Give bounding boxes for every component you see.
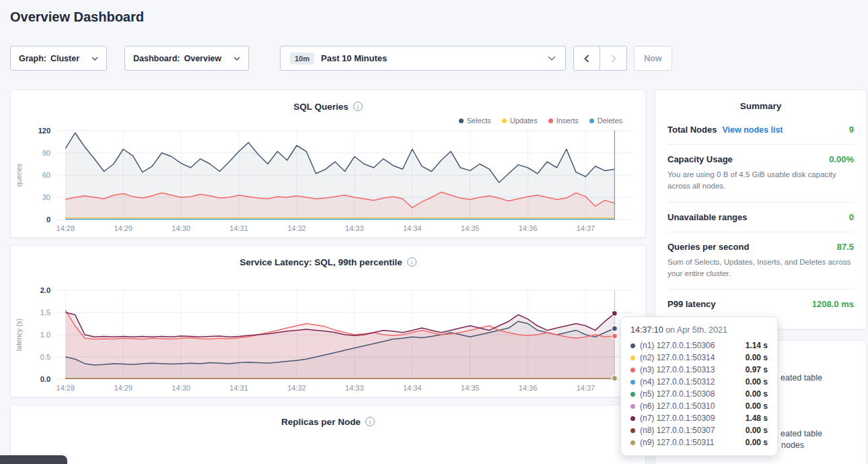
svg-text:14:37: 14:37 [577, 224, 595, 232]
node-latency-value: 1.48 s [746, 413, 768, 423]
svg-text:0: 0 [46, 216, 50, 224]
dashboard-selector-value: Overview [184, 54, 221, 63]
node-latency-value: 0.00 s [746, 426, 768, 435]
graph-selector-dropdown[interactable]: Graph: Cluster [10, 46, 107, 71]
now-button[interactable]: Now [634, 46, 672, 71]
legend-item: Deletes [589, 116, 622, 125]
time-range-badge: 10m [290, 53, 314, 65]
svg-text:14:37: 14:37 [577, 384, 595, 392]
tooltip-row: (n5) 127.0.0.1:50308 0.00 s [630, 388, 768, 400]
node-color-dot [630, 404, 635, 409]
node-latency-value: 1.14 s [746, 341, 768, 350]
info-icon[interactable] [353, 102, 363, 111]
node-latency-value: 0.00 s [746, 438, 768, 447]
legend-label: Selects [467, 117, 491, 125]
summary-panel: Summary Total Nodes View nodes list 9 Ca… [655, 90, 867, 329]
svg-text:14:33: 14:33 [345, 384, 364, 392]
node-latency-value: 0.00 s [746, 389, 768, 399]
summary-row-unavailable-ranges: Unavailable ranges 0 [667, 212, 854, 222]
tooltip-date: on Apr 5th, 2021 [665, 325, 727, 335]
unavailable-ranges-label: Unavailable ranges [667, 212, 748, 222]
replicas-per-node-chart-card: Replicas per Node [10, 405, 646, 464]
time-prev-button[interactable] [573, 46, 600, 71]
chart-title-sql-queries: SQL Queries [293, 102, 349, 112]
chart-title-row: Service Latency: SQL, 99th percentile [13, 255, 643, 269]
total-nodes-value: 9 [849, 125, 854, 135]
node-color-dot [630, 380, 635, 385]
qps-subtext: Sum of Selects, Updates, Inserts, and De… [667, 257, 854, 280]
sql-queries-chart-card: SQL Queries Selects Updates Inserts Dele… [10, 90, 646, 238]
svg-text:14:30: 14:30 [172, 384, 190, 392]
view-nodes-list-link[interactable]: View nodes list [722, 125, 783, 135]
svg-text:1.5: 1.5 [40, 308, 50, 317]
svg-text:14:31: 14:31 [229, 384, 248, 392]
divider [667, 232, 854, 232]
chart-title-row: SQL Queries [13, 100, 643, 113]
divider [667, 144, 854, 145]
node-address-label: (n7) 127.0.0.1:50309 [640, 413, 715, 423]
chevron-down-icon [92, 57, 98, 61]
qps-label: Queries per second [667, 242, 749, 252]
node-color-dot [630, 368, 635, 372]
svg-text:14:36: 14:36 [519, 384, 538, 392]
svg-text:0.0: 0.0 [40, 375, 50, 383]
svg-text:14:31: 14:31 [229, 224, 248, 232]
service-latency-chart[interactable]: 14:2814:2914:3014:3114:3214:3314:3414:35… [13, 285, 643, 393]
node-color-dot [630, 343, 635, 348]
time-next-button[interactable] [600, 46, 627, 71]
svg-text:14:29: 14:29 [114, 384, 133, 392]
node-color-dot [630, 416, 635, 421]
node-address-label: (n1) 127.0.0.1:50306 [640, 341, 715, 350]
node-address-label: (n2) 127.0.0.1:50314 [640, 353, 715, 362]
chart-title-replicas-per-node: Replicas per Node [281, 417, 361, 427]
legend-label: Deletes [598, 117, 622, 125]
svg-text:2.0: 2.0 [40, 286, 50, 294]
page-title: Overview Dashboard [10, 9, 144, 25]
svg-text:14:36: 14:36 [519, 224, 538, 232]
capacity-usage-subtext: You are using 0 B of 4.5 GiB usable disk… [667, 169, 854, 193]
node-color-dot [630, 356, 635, 360]
legend-dot [548, 119, 553, 123]
event-text-fragment: eated table [781, 429, 822, 438]
graph-selector-prefix: Graph: [19, 54, 46, 63]
svg-text:14:29: 14:29 [114, 224, 133, 232]
tooltip-row: (n1) 127.0.0.1:50306 1.14 s [630, 339, 768, 352]
svg-text:14:34: 14:34 [403, 224, 422, 232]
sql-queries-chart[interactable]: 14:2814:2914:3014:3114:3214:3314:3414:35… [13, 125, 643, 233]
svg-text:14:32: 14:32 [287, 384, 306, 392]
node-latency-value: 0.00 s [746, 377, 768, 387]
node-address-label: (n6) 127.0.0.1:50310 [640, 401, 715, 411]
capacity-usage-value: 0.00% [829, 154, 854, 164]
tooltip-row: (n9) 127.0.0.1:50311 0.00 s [630, 436, 768, 449]
summary-row-capacity: Capacity Usage 0.00% You are using 0 B o… [667, 154, 854, 193]
svg-text:queries: queries [15, 164, 23, 187]
info-icon[interactable] [365, 417, 375, 426]
node-color-dot [630, 392, 635, 397]
info-icon[interactable] [407, 257, 417, 267]
summary-row-p99-latency: P99 latency 1208.0 ms [667, 299, 854, 309]
tooltip-row: (n7) 127.0.0.1:50309 1.48 s [630, 412, 768, 424]
time-range-selector[interactable]: 10m Past 10 Minutes [280, 46, 566, 71]
time-step-buttons [573, 46, 627, 71]
legend-dot [502, 119, 507, 123]
overview-dashboard-page: Overview Dashboard Graph: Cluster Dashbo… [0, 0, 868, 464]
dashboard-selector-dropdown[interactable]: Dashboard: Overview [124, 46, 249, 71]
svg-text:latency (s): latency (s) [15, 319, 23, 351]
replicas-per-node-chart[interactable] [13, 444, 643, 464]
event-text-fragment: nodes [781, 440, 804, 450]
divider [667, 289, 854, 290]
charts-column: SQL Queries Selects Updates Inserts Dele… [10, 90, 646, 464]
svg-text:14:33: 14:33 [345, 224, 364, 232]
legend-label: Updates [510, 117, 538, 125]
tooltip-row: (n4) 127.0.0.1:50312 0.00 s [630, 376, 768, 388]
svg-text:14:30: 14:30 [172, 224, 190, 232]
svg-text:14:34: 14:34 [403, 384, 422, 392]
tooltip-row: (n2) 127.0.0.1:50314 0.00 s [630, 352, 768, 364]
node-latency-value: 0.00 s [746, 401, 768, 411]
svg-text:14:28: 14:28 [57, 384, 75, 392]
summary-title: Summary [667, 101, 854, 111]
p99-latency-value: 1208.0 ms [812, 299, 854, 309]
chart-title-row: Replicas per Node [13, 415, 643, 428]
tooltip-rows: (n1) 127.0.0.1:50306 1.14 s (n2) 127.0.0… [630, 339, 768, 449]
tooltip-time: 14:37:10 [630, 325, 663, 335]
